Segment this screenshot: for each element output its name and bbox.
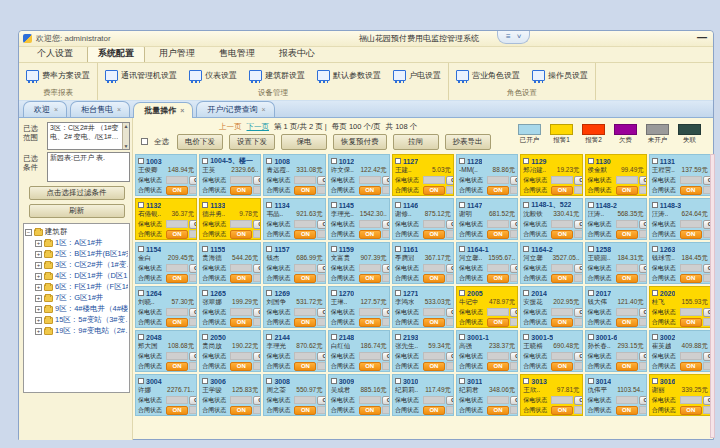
switch-on-button[interactable]: ON	[423, 186, 445, 195]
meter-checkbox[interactable]	[459, 246, 465, 252]
tree-root[interactable]: − 建筑群	[25, 227, 128, 237]
chevron-down-icon[interactable]: ˅	[517, 33, 522, 41]
meter-checkbox[interactable]	[395, 378, 401, 384]
supply-off-button[interactable]: OFF	[317, 176, 325, 185]
meter-checkbox[interactable]	[588, 290, 594, 296]
meter-checkbox[interactable]	[652, 246, 658, 252]
expand-icon[interactable]: +	[35, 240, 42, 247]
tree-item[interactable]: + 3区：C区2#井（1#变…	[35, 260, 128, 270]
meter-checkbox[interactable]	[523, 158, 529, 164]
meter-checkbox[interactable]	[395, 334, 401, 340]
switch-on-button[interactable]: ON	[294, 274, 316, 283]
tab-batch-operations[interactable]: 批量操作 ×	[133, 102, 193, 118]
selected-condition-listbox[interactable]: 新园表:已开户 表.	[47, 152, 130, 182]
supply-off-button[interactable]: OFF	[189, 176, 197, 185]
meter-checkbox[interactable]	[395, 246, 401, 252]
meter-checkbox[interactable]	[588, 246, 594, 252]
building-group-settings-button[interactable]: 建筑群设置	[246, 68, 308, 83]
toolbar-button[interactable]: 恢复预付费	[333, 134, 387, 150]
meter-checkbox[interactable]	[331, 246, 337, 252]
supply-off-button[interactable]: OFF	[317, 308, 325, 317]
switch-on-button[interactable]: ON	[616, 406, 638, 415]
meter-checkbox[interactable]	[138, 334, 144, 340]
listbox-scrollbar[interactable]: ▲ ▼	[122, 123, 129, 149]
meter-checkbox[interactable]	[138, 158, 144, 164]
switch-on-button[interactable]: ON	[680, 230, 702, 239]
meter-checkbox[interactable]	[652, 202, 658, 208]
collapse-icon[interactable]: −	[25, 229, 32, 236]
meter-checkbox[interactable]	[523, 334, 529, 340]
supply-off-button[interactable]: OFF	[382, 396, 390, 405]
switch-on-button[interactable]: ON	[616, 274, 638, 283]
comm-manager-settings-button[interactable]: 通讯管理机设置	[102, 68, 180, 83]
switch-on-button[interactable]: ON	[166, 230, 188, 239]
switch-on-button[interactable]: ON	[680, 274, 702, 283]
switch-on-button[interactable]: ON	[166, 318, 188, 327]
choose-filter-button[interactable]: 点击选择过滤条件	[29, 186, 125, 200]
supply-off-button[interactable]: OFF	[446, 308, 454, 317]
switch-on-button[interactable]: ON	[423, 318, 445, 327]
meter-checkbox[interactable]	[138, 290, 144, 296]
supply-off-button[interactable]: OFF	[510, 176, 518, 185]
switch-on-button[interactable]: ON	[551, 230, 573, 239]
supply-off-button[interactable]: OFF	[317, 352, 325, 361]
quick-access-pill[interactable]: ≡ ˅	[497, 31, 530, 44]
switch-on-button[interactable]: ON	[551, 362, 573, 371]
switch-on-button[interactable]: ON	[230, 186, 252, 195]
switch-on-button[interactable]: ON	[551, 318, 573, 327]
menu-item-personal[interactable]: 个人设置	[27, 46, 83, 62]
meter-checkbox[interactable]	[138, 378, 144, 384]
switch-on-button[interactable]: ON	[551, 406, 573, 415]
vertical-scrollbar[interactable]	[710, 154, 715, 438]
meter-checkbox[interactable]	[588, 158, 594, 164]
switch-on-button[interactable]: ON	[359, 406, 381, 415]
switch-on-button[interactable]: ON	[423, 274, 445, 283]
supply-off-button[interactable]: OFF	[189, 264, 197, 273]
meter-settings-button[interactable]: 仪表设置	[186, 68, 240, 83]
grid-icon[interactable]: ≡	[506, 33, 511, 41]
menu-item-system-config[interactable]: 系统配置	[87, 45, 145, 62]
switch-on-button[interactable]: ON	[487, 318, 509, 327]
switch-on-button[interactable]: ON	[166, 186, 188, 195]
supply-off-button[interactable]: OFF	[639, 220, 647, 229]
switch-on-button[interactable]: ON	[423, 230, 445, 239]
switch-on-button[interactable]: ON	[680, 318, 702, 327]
supply-off-button[interactable]: OFF	[574, 176, 582, 185]
select-all-checkbox[interactable]	[141, 138, 148, 145]
selected-range-listbox[interactable]: 3区：C区2#井 （1#变电、2# 变电、/区1#… ▲ ▼	[47, 122, 130, 150]
expand-icon[interactable]: +	[35, 306, 42, 313]
meter-checkbox[interactable]	[331, 378, 337, 384]
switch-on-button[interactable]: ON	[166, 362, 188, 371]
supply-off-button[interactable]: OFF	[317, 396, 325, 405]
next-page-link[interactable]: 下一页	[247, 122, 270, 132]
expand-icon[interactable]: +	[35, 328, 42, 335]
close-icon[interactable]: ×	[54, 106, 58, 113]
meter-checkbox[interactable]	[459, 378, 465, 384]
switch-on-button[interactable]: ON	[616, 186, 638, 195]
supply-off-button[interactable]: OFF	[446, 220, 454, 229]
supply-off-button[interactable]: OFF	[574, 220, 582, 229]
supply-off-button[interactable]: OFF	[253, 220, 261, 229]
meter-checkbox[interactable]	[202, 290, 208, 296]
switch-on-button[interactable]: ON	[294, 406, 316, 415]
switch-on-button[interactable]: ON	[294, 186, 316, 195]
switch-on-button[interactable]: ON	[359, 230, 381, 239]
supply-off-button[interactable]: OFF	[574, 396, 582, 405]
switch-on-button[interactable]: ON	[487, 362, 509, 371]
meter-checkbox[interactable]	[459, 202, 465, 208]
switch-on-button[interactable]: ON	[230, 230, 252, 239]
minimize-button[interactable]: —	[697, 32, 707, 44]
supply-off-button[interactable]: OFF	[189, 220, 197, 229]
supply-off-button[interactable]: OFF	[510, 264, 518, 273]
tree-item[interactable]: + 6区：F区1#井（F区1#…	[35, 282, 128, 292]
tree-item[interactable]: + 9区：4#楼电井（4#楼…	[35, 304, 128, 314]
supply-off-button[interactable]: OFF	[253, 352, 261, 361]
switch-on-button[interactable]: ON	[487, 406, 509, 415]
business-role-settings-button[interactable]: 营业角色设置	[453, 68, 523, 83]
switch-on-button[interactable]: ON	[423, 362, 445, 371]
close-icon[interactable]: ×	[117, 106, 121, 113]
supply-off-button[interactable]: OFF	[253, 176, 261, 185]
meter-checkbox[interactable]	[138, 202, 144, 208]
meter-checkbox[interactable]	[266, 202, 272, 208]
tree-item[interactable]: + 19区：9#变电站（2#…	[35, 326, 128, 336]
